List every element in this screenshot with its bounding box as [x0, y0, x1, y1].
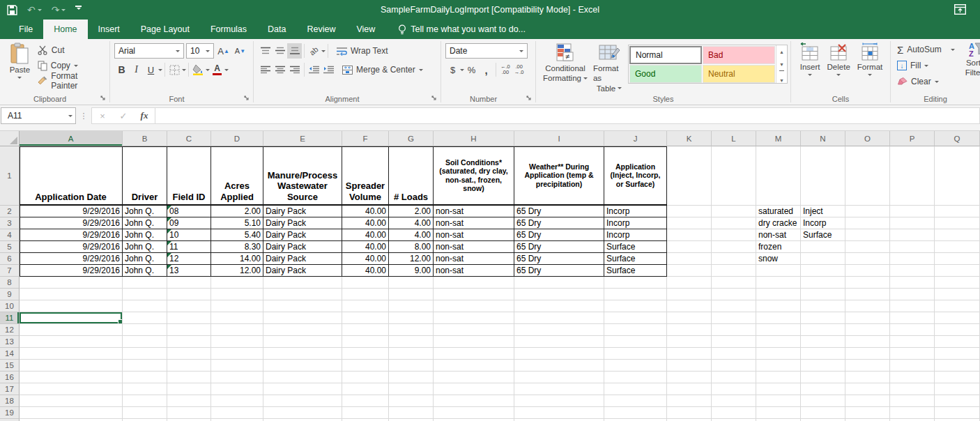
- cell-H18[interactable]: [434, 395, 514, 407]
- row-header-13[interactable]: 13: [0, 336, 20, 348]
- column-header-D[interactable]: D: [211, 131, 263, 146]
- cell-Q14[interactable]: [935, 348, 980, 360]
- top-align-button[interactable]: [258, 43, 273, 59]
- cell-C17[interactable]: [167, 383, 211, 395]
- cell-N1[interactable]: [801, 146, 845, 206]
- cell-P9[interactable]: [890, 289, 935, 300]
- insert-function-button[interactable]: fx: [134, 110, 155, 121]
- cell-J1[interactable]: Application (Inject, Incorp, or Surface): [604, 146, 667, 206]
- cell-D18[interactable]: [211, 395, 263, 407]
- font-color-button[interactable]: A: [210, 62, 224, 77]
- cell-I8[interactable]: [514, 277, 604, 289]
- style-neutral[interactable]: Neutral: [703, 65, 775, 83]
- cell-L18[interactable]: [712, 395, 756, 407]
- cell-C6[interactable]: 12: [167, 253, 211, 265]
- cell-O9[interactable]: [845, 289, 890, 300]
- cell-O15[interactable]: [845, 360, 890, 372]
- cell-C12[interactable]: [167, 324, 211, 336]
- row-header-2[interactable]: 2: [0, 206, 20, 217]
- cell-A1[interactable]: Application Date: [20, 146, 123, 206]
- cell-B3[interactable]: John Q.: [123, 217, 167, 229]
- cell-F15[interactable]: [342, 360, 389, 372]
- cell-L3[interactable]: [712, 217, 756, 229]
- tab-formulas[interactable]: Formulas: [200, 20, 257, 39]
- select-all-button[interactable]: [0, 131, 20, 146]
- formula-input[interactable]: [155, 107, 980, 124]
- cell-A11[interactable]: [20, 312, 123, 324]
- cell-M1[interactable]: [756, 146, 801, 206]
- cell-E4[interactable]: Dairy Pack: [263, 229, 342, 241]
- cell-Q3[interactable]: [935, 217, 980, 229]
- cell-N15[interactable]: [801, 360, 845, 372]
- cell-D10[interactable]: [211, 300, 263, 312]
- bottom-align-button[interactable]: [287, 43, 302, 59]
- cell-L17[interactable]: [712, 383, 756, 395]
- cell-G1[interactable]: # Loads: [389, 146, 434, 206]
- cell-P7[interactable]: [890, 265, 935, 277]
- cell-H3[interactable]: non-sat: [434, 217, 514, 229]
- cell-L15[interactable]: [712, 360, 756, 372]
- cell-K10[interactable]: [667, 300, 712, 312]
- borders-button[interactable]: [167, 62, 182, 77]
- cell-P10[interactable]: [890, 300, 935, 312]
- cell-K2[interactable]: [667, 206, 712, 217]
- cell-B12[interactable]: [123, 324, 167, 336]
- cell-B4[interactable]: John Q.: [123, 229, 167, 241]
- cell-B9[interactable]: [123, 289, 167, 300]
- cell-H2[interactable]: non-sat: [434, 206, 514, 217]
- cell-D3[interactable]: 5.10: [211, 217, 263, 229]
- cell-O6[interactable]: [845, 253, 890, 265]
- cell-N17[interactable]: [801, 383, 845, 395]
- conditional-formatting-button[interactable]: ≠ Conditional Formatting: [540, 41, 590, 85]
- cell-I18[interactable]: [514, 395, 604, 407]
- cell-Q11[interactable]: [935, 312, 980, 324]
- cell-N14[interactable]: [801, 348, 845, 360]
- cell-J10[interactable]: [604, 300, 667, 312]
- clear-button[interactable]: Clear: [895, 74, 957, 89]
- cell-Q17[interactable]: [935, 383, 980, 395]
- cell-J3[interactable]: Incorp: [604, 217, 667, 229]
- cell-H11[interactable]: [434, 312, 514, 324]
- cell-B8[interactable]: [123, 277, 167, 289]
- cell-D19[interactable]: [211, 407, 263, 419]
- cell-H9[interactable]: [434, 289, 514, 300]
- cell-M5[interactable]: frozen: [756, 241, 801, 253]
- cell-N13[interactable]: [801, 336, 845, 348]
- cell-N9[interactable]: [801, 289, 845, 300]
- cell-Q2[interactable]: [935, 206, 980, 217]
- cell-C1[interactable]: Field ID: [167, 146, 211, 206]
- cell-K11[interactable]: [667, 312, 712, 324]
- row-header-4[interactable]: 4: [0, 229, 20, 241]
- format-cells-button[interactable]: Format: [855, 41, 885, 79]
- cell-K1[interactable]: [667, 146, 712, 206]
- cell-D9[interactable]: [211, 289, 263, 300]
- cell-J19[interactable]: [604, 407, 667, 419]
- cell-J7[interactable]: Surface: [604, 265, 667, 277]
- cell-P5[interactable]: [890, 241, 935, 253]
- cell-C16[interactable]: [167, 372, 211, 383]
- cell-M17[interactable]: [756, 383, 801, 395]
- cell-Q6[interactable]: [935, 253, 980, 265]
- cell-P13[interactable]: [890, 336, 935, 348]
- cell-I13[interactable]: [514, 336, 604, 348]
- cell-G10[interactable]: [389, 300, 434, 312]
- cell-B6[interactable]: John Q.: [123, 253, 167, 265]
- cell-N2[interactable]: Inject: [801, 206, 845, 217]
- cell-A13[interactable]: [20, 336, 123, 348]
- cell-H17[interactable]: [434, 383, 514, 395]
- cell-B10[interactable]: [123, 300, 167, 312]
- cell-D4[interactable]: 5.40: [211, 229, 263, 241]
- fill-button[interactable]: ↓ Fill: [895, 58, 957, 73]
- cell-A9[interactable]: [20, 289, 123, 300]
- cell-A4[interactable]: 9/29/2016: [20, 229, 123, 241]
- cell-K14[interactable]: [667, 348, 712, 360]
- cell-D6[interactable]: 14.00: [211, 253, 263, 265]
- cell-K7[interactable]: [667, 265, 712, 277]
- cell-C19[interactable]: [167, 407, 211, 419]
- enter-button[interactable]: ✓: [113, 111, 134, 121]
- cell-H19[interactable]: [434, 407, 514, 419]
- autosum-button[interactable]: Σ AutoSum: [895, 42, 957, 57]
- cell-P15[interactable]: [890, 360, 935, 372]
- cell-M9[interactable]: [756, 289, 801, 300]
- cell-H12[interactable]: [434, 324, 514, 336]
